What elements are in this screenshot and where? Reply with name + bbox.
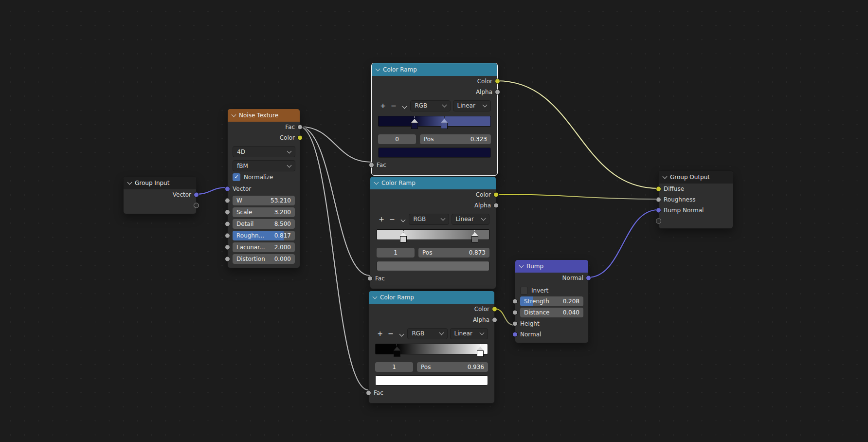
fac-input-socket[interactable] [366, 390, 371, 396]
collapse-chevron-icon[interactable] [127, 180, 132, 185]
virtual-output-socket[interactable] [194, 203, 199, 208]
color-output-socket[interactable] [492, 307, 497, 312]
color-output-socket[interactable] [493, 192, 499, 198]
node-group-input[interactable]: Group Input Vector [123, 176, 197, 214]
stop-index-field[interactable]: 1 [375, 362, 413, 372]
scale-input-socket[interactable] [225, 210, 230, 215]
node-bump[interactable]: Bump Normal ✓ Invert Strength 0.208 Dist… [515, 259, 589, 343]
detail-field[interactable]: Detail 8.500 [233, 219, 295, 229]
strength-field[interactable]: Strength 0.208 [520, 296, 583, 306]
color-output-socket[interactable] [495, 79, 500, 84]
roughness-input-socket[interactable] [656, 197, 661, 203]
node-group-output[interactable]: Group Output Diffuse Roughness Bump Norm… [658, 170, 733, 229]
interpolation-dropdown[interactable]: Linear [453, 100, 491, 111]
fac-input-socket[interactable] [369, 163, 374, 168]
add-stop-button[interactable]: + [375, 330, 385, 337]
distance-input-socket[interactable] [512, 310, 518, 315]
node-color-ramp-1[interactable]: Color Ramp Color Alpha + − RGB Linear 0 … [371, 63, 498, 176]
ramp-options-dropdown[interactable] [397, 330, 406, 337]
normal-input-socket[interactable] [512, 332, 518, 337]
lacunarity-input-socket[interactable] [225, 245, 230, 250]
stop-color-swatch[interactable] [375, 375, 488, 386]
diffuse-input-socket[interactable] [656, 186, 661, 192]
roughness-field[interactable]: Roughn... 0.817 [233, 231, 295, 240]
remove-stop-button[interactable]: − [387, 215, 397, 223]
normalize-checkbox[interactable]: ✓ [233, 173, 240, 181]
interpolation-dropdown[interactable]: Linear [452, 214, 489, 225]
stop-index-field[interactable]: 1 [377, 248, 415, 258]
roughness-input-socket[interactable] [225, 233, 230, 239]
invert-checkbox[interactable]: ✓ [520, 287, 528, 295]
ramp-options-dropdown[interactable] [398, 215, 408, 223]
color-ramp-header[interactable]: Color Ramp [369, 291, 494, 304]
color-mode-dropdown[interactable]: RGB [407, 328, 447, 339]
node-link-wire[interactable] [299, 127, 370, 276]
strength-input-socket[interactable] [512, 299, 518, 304]
dropdown-chevron-icon [480, 331, 485, 335]
distortion-field[interactable]: Distortion 0.000 [233, 254, 295, 264]
add-stop-button[interactable]: + [378, 102, 388, 110]
collapse-chevron-icon[interactable] [232, 112, 236, 117]
color-ramp-gradient[interactable] [375, 344, 488, 354]
node-color-ramp-2[interactable]: Color Ramp Color Alpha + − RGB Linear 1 … [370, 176, 496, 289]
w-field[interactable]: W 53.210 [233, 196, 295, 205]
collapse-chevron-icon[interactable] [376, 67, 380, 72]
vector-input-socket[interactable] [225, 186, 230, 192]
color-ramp-gradient[interactable] [377, 229, 489, 240]
color-ramp-header[interactable]: Color Ramp [372, 63, 497, 76]
fac-output-socket[interactable] [297, 125, 303, 130]
dimensions-dropdown[interactable]: 4D [233, 146, 295, 157]
normalize-row: ✓ Normalize [228, 171, 300, 183]
color-output-socket[interactable] [297, 135, 303, 141]
collapse-chevron-icon[interactable] [663, 174, 668, 179]
group-input-header[interactable]: Group Input [124, 177, 196, 189]
color-ramp-gradient[interactable] [378, 116, 491, 127]
stop-color-swatch[interactable] [377, 261, 489, 271]
bump-normal-input-socket[interactable] [656, 208, 661, 213]
collapse-chevron-icon[interactable] [374, 180, 379, 185]
fac-input-socket[interactable] [367, 276, 373, 281]
add-stop-button[interactable]: + [377, 215, 386, 223]
stop-position-field[interactable]: Pos 0.323 [420, 134, 491, 144]
collapse-chevron-icon[interactable] [519, 263, 524, 268]
node-link-wire[interactable] [299, 127, 368, 390]
distance-field[interactable]: Distance 0.040 [520, 308, 583, 317]
virtual-output-row [124, 200, 196, 211]
color-mode-dropdown[interactable]: RGB [409, 214, 449, 225]
bump-header[interactable]: Bump [515, 260, 588, 273]
lacunarity-field[interactable]: Lacunar... 2.000 [233, 242, 295, 252]
stop-index-field[interactable]: 0 [378, 134, 416, 144]
color-ramp-header[interactable]: Color Ramp [370, 177, 496, 189]
color-mode-dropdown[interactable]: RGB [410, 100, 450, 111]
node-link-wire[interactable] [497, 81, 658, 188]
ramp-options-dropdown[interactable] [399, 102, 409, 110]
remove-stop-button[interactable]: − [389, 102, 398, 110]
node-color-ramp-3[interactable]: Color Ramp Color Alpha + − RGB Linear 1 … [368, 291, 495, 404]
w-input-socket[interactable] [225, 198, 230, 203]
normal-output-socket[interactable] [586, 276, 591, 281]
node-link-wire[interactable] [588, 210, 658, 277]
node-editor-canvas[interactable]: Group Input Vector Noise Texture Fac Col… [0, 0, 868, 442]
interpolation-dropdown[interactable]: Linear [450, 328, 488, 339]
collapse-chevron-icon[interactable] [373, 295, 378, 299]
node-link-wire[interactable] [494, 309, 515, 325]
noise-type-dropdown[interactable]: fBM [233, 160, 295, 171]
noise-texture-header[interactable]: Noise Texture [228, 109, 300, 122]
remove-stop-button[interactable]: − [386, 330, 396, 337]
vector-output-socket[interactable] [194, 192, 199, 198]
height-input-socket[interactable] [512, 321, 518, 327]
invert-row: ✓ Invert [515, 285, 588, 296]
detail-input-socket[interactable] [225, 221, 230, 227]
stop-color-swatch[interactable] [378, 147, 491, 158]
node-link-wire[interactable] [496, 194, 658, 199]
alpha-output-socket[interactable] [492, 317, 497, 323]
stop-position-field[interactable]: Pos 0.936 [417, 362, 488, 372]
virtual-input-socket[interactable] [656, 219, 661, 224]
alpha-output-socket[interactable] [493, 203, 499, 208]
alpha-output-socket[interactable] [495, 90, 500, 95]
distortion-input-socket[interactable] [225, 257, 230, 262]
group-output-header[interactable]: Group Output [659, 171, 733, 184]
scale-field[interactable]: Scale 3.200 [233, 207, 295, 217]
node-noise-texture[interactable]: Noise Texture Fac Color 4D fBM ✓ Normali… [227, 109, 300, 268]
stop-position-field[interactable]: Pos 0.873 [418, 248, 489, 258]
